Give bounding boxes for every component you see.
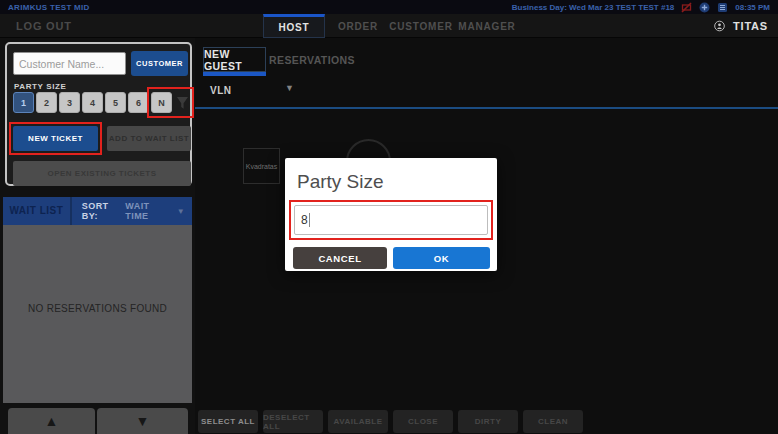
party-size-input[interactable]: 8 xyxy=(294,205,488,235)
sort-value-dropdown[interactable]: WAIT TIME ▼ xyxy=(125,201,185,221)
new-ticket-button[interactable]: NEW TICKET xyxy=(13,126,98,151)
party-size-row: 1 2 3 4 5 6 N xyxy=(13,92,189,113)
deselect-all-button[interactable]: DESELECT ALL xyxy=(263,410,323,433)
status-bar-right: Business Day: Wed Mar 23 TEST TEST #18 0… xyxy=(512,2,770,13)
party-size-1[interactable]: 1 xyxy=(13,92,34,113)
table-kvadratas[interactable]: Kvadratas xyxy=(243,148,280,184)
tab-order[interactable]: ORDER xyxy=(336,14,380,38)
highlight-annotation-party-input: 8 xyxy=(289,200,493,240)
dirty-button[interactable]: DIRTY xyxy=(458,410,518,433)
new-guest-card: CUSTOMER PARTY SIZE 1 2 3 4 5 6 N NEW TI… xyxy=(5,42,192,186)
sort-by-label: SORT BY: xyxy=(82,201,126,221)
close-button[interactable]: CLOSE xyxy=(393,410,453,433)
user-avatar-icon xyxy=(714,21,725,32)
tab-new-guest[interactable]: NEW GUEST xyxy=(203,47,266,72)
host-left-panel: CUSTOMER PARTY SIZE 1 2 3 4 5 6 N NEW TI… xyxy=(0,38,195,434)
ok-button[interactable]: OK xyxy=(393,247,490,269)
party-size-filter-icon[interactable] xyxy=(176,96,189,110)
sync-icon[interactable] xyxy=(699,2,710,13)
tab-manager[interactable]: MANAGER xyxy=(458,14,516,38)
sort-value: WAIT TIME xyxy=(125,201,172,221)
area-chevron-down-icon[interactable]: ▼ xyxy=(285,83,294,93)
tab-host[interactable]: HOST xyxy=(263,14,325,38)
modal-title: Party Size xyxy=(297,171,384,193)
text-cursor xyxy=(309,213,310,227)
tab-customer[interactable]: CUSTOMER xyxy=(392,14,450,38)
select-all-button[interactable]: SELECT ALL xyxy=(198,410,258,433)
wait-list-header: WAIT LIST SORT BY: WAIT TIME ▼ xyxy=(3,197,192,225)
nav-bar: LOG OUT HOST ORDER CUSTOMER MANAGER TITA… xyxy=(0,14,778,38)
area-selector[interactable]: VLN xyxy=(210,83,232,97)
party-size-n[interactable]: N xyxy=(151,92,172,113)
pos-app: ARIMKUS TEST MID Business Day: Wed Mar 2… xyxy=(0,0,778,434)
floor-divider xyxy=(195,107,778,109)
party-size-5[interactable]: 5 xyxy=(105,92,126,113)
party-size-6[interactable]: 6 xyxy=(128,92,149,113)
table-label: Kvadratas xyxy=(246,163,278,170)
wait-list-title: WAIT LIST xyxy=(3,197,72,225)
floor-area: NEW GUEST RESERVATIONS VLN ▼ + Kvadratas… xyxy=(195,38,778,434)
customer-name-input[interactable] xyxy=(13,52,126,75)
status-bar: ARIMKUS TEST MID Business Day: Wed Mar 2… xyxy=(0,0,778,14)
business-day-label: Business Day: Wed Mar 23 TEST TEST #18 xyxy=(512,3,675,12)
party-size-label: PARTY SIZE xyxy=(14,82,66,91)
available-button[interactable]: AVAILABLE xyxy=(328,410,388,433)
wait-list-content: NO RESERVATIONS FOUND xyxy=(3,225,192,403)
chevron-down-icon: ▼ xyxy=(177,207,185,216)
add-to-wait-list-button[interactable]: ADD TO WAIT LIST xyxy=(107,126,191,151)
scroll-down-button[interactable]: ▼ xyxy=(97,408,188,434)
printer-error-icon[interactable] xyxy=(681,2,692,13)
party-size-2[interactable]: 2 xyxy=(36,92,57,113)
party-size-3[interactable]: 3 xyxy=(59,92,80,113)
user-name: TITAS xyxy=(733,20,768,32)
tab-reservations[interactable]: RESERVATIONS xyxy=(272,47,352,72)
arrow-down-icon: ▼ xyxy=(136,413,150,429)
customer-button[interactable]: CUSTOMER xyxy=(131,51,188,76)
clean-button[interactable]: CLEAN xyxy=(523,410,583,433)
clock: 08:35 PM xyxy=(735,3,770,12)
empty-reservations-message: NO RESERVATIONS FOUND xyxy=(28,303,167,314)
store-name: ARIMKUS TEST MID xyxy=(8,3,90,12)
party-size-value: 8 xyxy=(301,213,308,227)
tab-new-guest-underline xyxy=(203,72,266,76)
party-size-modal: Party Size 8 CANCEL OK xyxy=(285,158,497,271)
arrow-up-icon: ▲ xyxy=(45,413,59,429)
cancel-button[interactable]: CANCEL xyxy=(293,247,387,269)
logout-button[interactable]: LOG OUT xyxy=(16,14,72,38)
scroll-up-button[interactable]: ▲ xyxy=(8,408,95,434)
party-size-4[interactable]: 4 xyxy=(82,92,103,113)
user-box[interactable]: TITAS xyxy=(714,14,768,38)
ledger-icon[interactable] xyxy=(717,2,728,13)
open-existing-tickets-button[interactable]: OPEN EXISTING TICKETS xyxy=(13,161,191,186)
